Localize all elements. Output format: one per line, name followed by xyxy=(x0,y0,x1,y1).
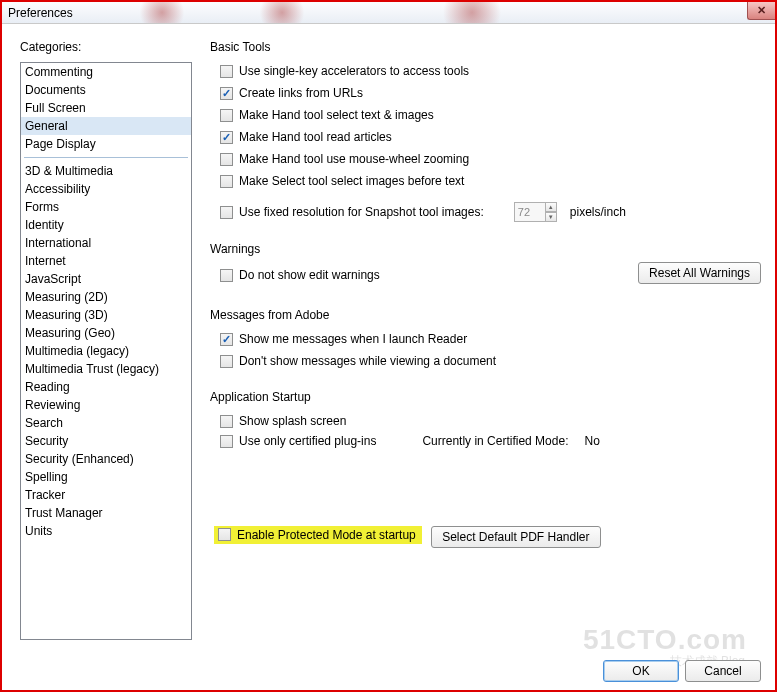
window-title: Preferences xyxy=(8,6,73,20)
check-row: Make Hand tool select text & images xyxy=(220,106,761,124)
sidebar-item[interactable]: Full Screen xyxy=(21,99,191,117)
sidebar-item[interactable]: Multimedia Trust (legacy) xyxy=(21,360,191,378)
sidebar-item[interactable]: General xyxy=(21,117,191,135)
sidebar-item[interactable]: Forms xyxy=(21,198,191,216)
check-row: Make Select tool select images before te… xyxy=(220,172,761,190)
close-icon[interactable]: ✕ xyxy=(747,2,775,20)
check-label: Make Select tool select images before te… xyxy=(239,174,464,188)
checkbox[interactable] xyxy=(220,109,233,122)
check-label: Don't show messages while viewing a docu… xyxy=(239,354,496,368)
check-row: Create links from URLs xyxy=(220,84,761,102)
sidebar-item[interactable]: Search xyxy=(21,414,191,432)
sidebar-item[interactable]: Security xyxy=(21,432,191,450)
sidebar-item[interactable]: Page Display xyxy=(21,135,191,153)
basic-tools-group: Basic Tools Use single-key accelerators … xyxy=(210,40,761,222)
splash-checkbox[interactable] xyxy=(220,415,233,428)
messages-title: Messages from Adobe xyxy=(210,308,761,322)
checkbox[interactable] xyxy=(220,175,233,188)
checkbox[interactable] xyxy=(220,153,233,166)
warnings-title: Warnings xyxy=(210,242,761,256)
edit-warnings-checkbox[interactable] xyxy=(220,269,233,282)
check-row: Make Hand tool read articles xyxy=(220,128,761,146)
sidebar-item[interactable]: International xyxy=(21,234,191,252)
certified-mode-label: Currently in Certified Mode: xyxy=(422,434,568,448)
certified-label: Use only certified plug-ins xyxy=(239,434,376,448)
checkbox[interactable] xyxy=(220,333,233,346)
messages-group: Messages from Adobe Show me messages whe… xyxy=(210,308,761,370)
protected-mode-checkbox[interactable] xyxy=(218,528,231,541)
basic-tools-title: Basic Tools xyxy=(210,40,761,54)
checkbox[interactable] xyxy=(220,65,233,78)
snapshot-label: Use fixed resolution for Snapshot tool i… xyxy=(239,205,484,219)
sidebar-item[interactable]: Commenting xyxy=(21,63,191,81)
snapshot-resolution-input[interactable]: 72 ▲ ▼ xyxy=(514,202,546,222)
check-label: Make Hand tool select text & images xyxy=(239,108,434,122)
check-label: Create links from URLs xyxy=(239,86,363,100)
warnings-group: Warnings Do not show edit warnings Reset… xyxy=(210,242,761,288)
sidebar-item[interactable]: Trust Manager xyxy=(21,504,191,522)
sidebar-item[interactable]: Multimedia (legacy) xyxy=(21,342,191,360)
sidebar-item[interactable]: Documents xyxy=(21,81,191,99)
ok-button[interactable]: OK xyxy=(603,660,679,682)
protected-mode-label: Enable Protected Mode at startup xyxy=(237,528,416,542)
checkbox[interactable] xyxy=(220,355,233,368)
check-row: Make Hand tool use mouse-wheel zooming xyxy=(220,150,761,168)
select-default-pdf-handler-button[interactable]: Select Default PDF Handler xyxy=(431,526,600,548)
sidebar-item[interactable]: 3D & Multimedia xyxy=(21,162,191,180)
sidebar-item[interactable]: JavaScript xyxy=(21,270,191,288)
check-label: Make Hand tool read articles xyxy=(239,130,392,144)
checkbox[interactable] xyxy=(220,87,233,100)
certified-mode-value: No xyxy=(584,434,599,448)
sidebar-item[interactable]: Identity xyxy=(21,216,191,234)
sidebar-item[interactable]: Security (Enhanced) xyxy=(21,450,191,468)
check-label: Show me messages when I launch Reader xyxy=(239,332,467,346)
sidebar-item[interactable]: Spelling xyxy=(21,468,191,486)
snapshot-checkbox[interactable] xyxy=(220,206,233,219)
sidebar-item[interactable]: Accessibility xyxy=(21,180,191,198)
spinner-up-icon[interactable]: ▲ xyxy=(545,202,557,212)
splash-label: Show splash screen xyxy=(239,414,346,428)
edit-warnings-label: Do not show edit warnings xyxy=(239,268,380,282)
startup-group: Application Startup Show splash screen U… xyxy=(210,390,761,548)
check-label: Make Hand tool use mouse-wheel zooming xyxy=(239,152,469,166)
sidebar-item[interactable]: Reading xyxy=(21,378,191,396)
sidebar-item[interactable]: Internet xyxy=(21,252,191,270)
sidebar-item[interactable]: Measuring (2D) xyxy=(21,288,191,306)
spinner-down-icon[interactable]: ▼ xyxy=(545,212,557,222)
check-row: Show me messages when I launch Reader xyxy=(220,330,761,348)
cancel-button[interactable]: Cancel xyxy=(685,660,761,682)
reset-warnings-button[interactable]: Reset All Warnings xyxy=(638,262,761,284)
startup-title: Application Startup xyxy=(210,390,761,404)
categories-label: Categories: xyxy=(20,40,192,54)
sidebar-item[interactable]: Measuring (Geo) xyxy=(21,324,191,342)
window-titlebar: Preferences ✕ xyxy=(2,2,775,24)
certified-checkbox[interactable] xyxy=(220,435,233,448)
check-row: Use single-key accelerators to access to… xyxy=(220,62,761,80)
protected-mode-row: Enable Protected Mode at startup xyxy=(214,526,422,544)
sidebar-item[interactable]: Measuring (3D) xyxy=(21,306,191,324)
sidebar-item[interactable]: Reviewing xyxy=(21,396,191,414)
sidebar-item[interactable]: Tracker xyxy=(21,486,191,504)
checkbox[interactable] xyxy=(220,131,233,144)
check-label: Use single-key accelerators to access to… xyxy=(239,64,469,78)
sidebar-separator xyxy=(24,157,188,158)
snapshot-unit: pixels/inch xyxy=(570,205,626,219)
check-row: Don't show messages while viewing a docu… xyxy=(220,352,761,370)
categories-list[interactable]: CommentingDocumentsFull ScreenGeneralPag… xyxy=(20,62,192,640)
sidebar-item[interactable]: Units xyxy=(21,522,191,540)
